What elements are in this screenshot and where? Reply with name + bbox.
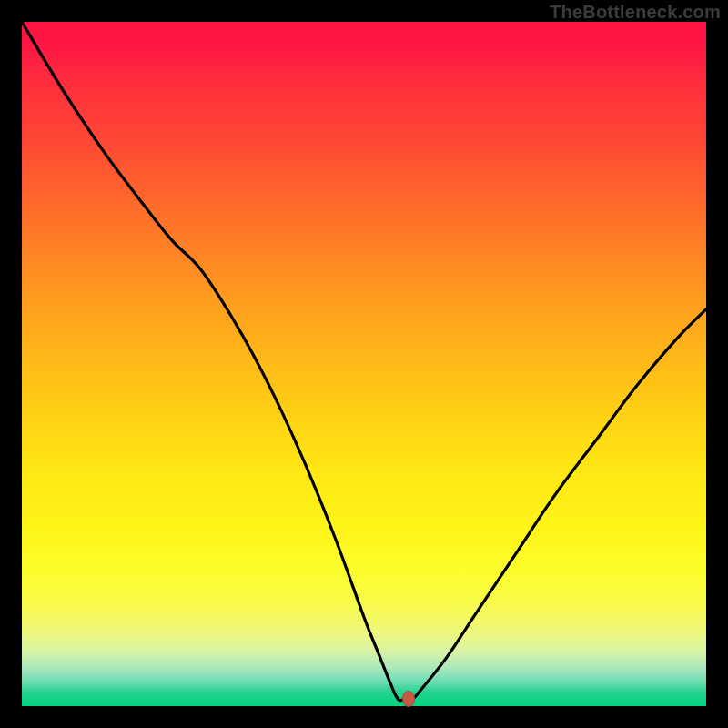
watermark-text: TheBottleneck.com <box>550 2 721 23</box>
bottleneck-curve <box>22 22 706 701</box>
chart-frame: TheBottleneck.com <box>0 0 728 728</box>
chart-plot-area <box>22 22 706 706</box>
bottleneck-chart <box>22 22 706 706</box>
